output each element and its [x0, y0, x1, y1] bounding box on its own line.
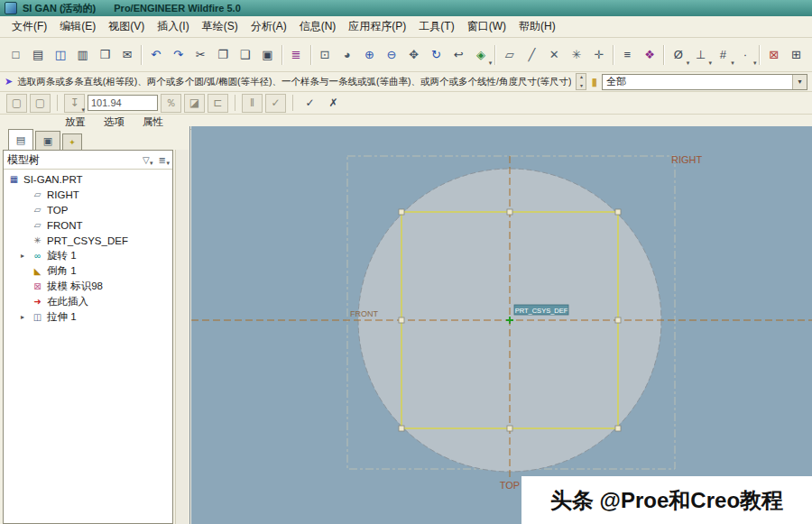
tree-scrollbar[interactable] — [175, 150, 189, 524]
tree-settings-icon[interactable]: ≣ — [156, 155, 169, 165]
saved-views-icon[interactable]: ◈ — [470, 43, 493, 66]
menu-info[interactable]: 信息(N) — [293, 17, 343, 36]
drag-handle[interactable] — [615, 209, 621, 215]
main-area: ▤ ▣ ✦ 模型树 ▽ ≣ ▦ SI-GAN.PRT ▱ — [0, 126, 812, 524]
menu-edit[interactable]: 编辑(E) — [53, 17, 102, 36]
cancel-icon[interactable]: ✗ — [323, 94, 344, 113]
tree-item-part-root[interactable]: ▦ SI-GAN.PRT — [4, 171, 172, 187]
csys-display-icon[interactable]: ✳ — [566, 43, 588, 66]
depth-value-input[interactable] — [88, 95, 158, 111]
paste-icon[interactable]: ❑ — [234, 43, 256, 66]
tree-item-extrude-1[interactable]: ▸ ◫ 拉伸 1 — [4, 309, 172, 325]
tree-item-right-plane[interactable]: ▱ RIGHT — [4, 187, 172, 202]
depth-type-icon[interactable]: ↧ — [64, 94, 85, 113]
tree-item-label: PRT_CSYS_DEF — [47, 235, 128, 246]
save-file-icon[interactable]: ◫ — [49, 43, 71, 66]
menu-view[interactable]: 视图(V) — [102, 17, 151, 36]
placement-collector-icon[interactable]: ▢ — [6, 94, 27, 113]
datum-plane-display-icon[interactable]: ▱ — [498, 43, 521, 66]
menu-window[interactable]: 窗口(W) — [461, 17, 512, 36]
menu-file[interactable]: 文件(F) — [5, 17, 53, 36]
vertex-display-icon[interactable]: ∙ — [734, 43, 757, 66]
tree-item-insert-here[interactable]: ➜ 在此插入 — [4, 294, 172, 309]
close-window-icon[interactable]: ⊠ — [762, 43, 785, 66]
drag-handle[interactable] — [399, 426, 404, 431]
expand-arrow-icon[interactable]: ▸ — [21, 252, 28, 260]
email-icon[interactable]: ✉ — [116, 43, 139, 66]
grid-display-icon[interactable]: # — [712, 43, 734, 66]
filter-scope-select[interactable]: 全部 ▾ — [602, 74, 807, 90]
drag-handle[interactable] — [615, 426, 621, 431]
tree-item-chamfer-1[interactable]: ◣ 倒角 1 — [4, 263, 172, 279]
menu-tools[interactable]: 工具(T) — [412, 17, 460, 36]
copy-icon[interactable]: ❐ — [212, 43, 235, 66]
open-file-icon[interactable]: ▤ — [27, 43, 50, 66]
drag-handle[interactable] — [507, 426, 512, 431]
graphics-area[interactable]: PRT_CSYS_DEF RIGHT TOP FRONT — [191, 126, 812, 524]
constraint-display-icon[interactable]: ⊥ — [689, 43, 712, 66]
drag-handle[interactable] — [399, 209, 404, 215]
previous-view-icon[interactable]: ↩ — [448, 43, 470, 66]
scroll-up-icon[interactable]: ▴ — [580, 74, 583, 80]
zoom-out-icon[interactable]: ⊖ — [381, 43, 403, 66]
menu-help[interactable]: 帮助(H) — [512, 17, 562, 36]
datum-plane-icon: ▱ — [32, 189, 43, 199]
accept-icon[interactable]: ✓ — [300, 94, 320, 113]
titlebar[interactable]: SI GAN (活动的) Pro/ENGINEER Wildfire 5.0 — [0, 0, 812, 16]
ref-label-top: TOP — [500, 480, 520, 491]
redo-icon[interactable]: ↷ — [167, 43, 189, 66]
tree-item-csys[interactable]: ✳ PRT_CSYS_DEF — [4, 233, 172, 248]
model-tree-tab[interactable]: ▤ — [8, 129, 33, 150]
toolbar-separator — [310, 45, 311, 65]
tree-item-revolve-1[interactable]: ▸ ∞ 旋转 1 — [4, 248, 172, 263]
datum-axis-display-icon[interactable]: ╱ — [521, 43, 543, 66]
flip-direction-icon[interactable]: ％ — [161, 94, 181, 113]
undo-icon[interactable]: ↶ — [144, 43, 167, 66]
chevron-down-icon[interactable]: ▾ — [792, 75, 807, 89]
new-file-icon[interactable]: □ — [5, 43, 27, 66]
print-icon[interactable]: ▥ — [71, 43, 94, 66]
watermark: 头条 @Proe和Creo教程 — [521, 476, 812, 524]
insert-here-icon: ➜ — [32, 297, 43, 307]
thicken-sketch-icon[interactable]: ⊏ — [208, 94, 228, 113]
message-scrollbar[interactable]: ▴ ▾ — [576, 73, 586, 90]
scroll-down-icon[interactable]: ▾ — [580, 83, 583, 89]
menu-sketch[interactable]: 草绘(S) — [196, 17, 245, 36]
expand-arrow-icon[interactable]: ▸ — [21, 313, 28, 321]
pause-icon[interactable]: ‖ — [242, 94, 263, 113]
reorient-icon[interactable]: ↻ — [425, 43, 448, 66]
tree-filter-icon[interactable]: ▽ — [140, 155, 152, 165]
repaint-icon[interactable]: ⊡ — [314, 43, 337, 66]
app-icon — [5, 2, 17, 14]
watermark-text: 头条 @Proe和Creo教程 — [550, 486, 783, 515]
dimension-display-icon[interactable]: Ø — [667, 43, 689, 66]
favorites-tab[interactable]: ✦ — [62, 133, 82, 150]
regenerate-icon[interactable]: ≣ — [285, 43, 308, 66]
shade-icon[interactable]: ◕ — [336, 43, 358, 66]
drag-handle[interactable] — [507, 209, 512, 215]
tree-item-draft-id98[interactable]: ⊠ 拔模 标识98 — [4, 279, 172, 294]
folder-browser-tab[interactable]: ▣ — [35, 131, 60, 150]
paste-special-icon[interactable]: ▣ — [256, 43, 279, 66]
tree-item-top-plane[interactable]: ▱ TOP — [4, 202, 172, 217]
save-copy-icon[interactable]: ❒ — [94, 43, 116, 66]
zoom-in-icon[interactable]: ⊕ — [358, 43, 381, 66]
cut-icon[interactable]: ✂ — [189, 43, 212, 66]
layers-icon[interactable]: ≡ — [616, 43, 639, 66]
menu-analysis[interactable]: 分析(A) — [245, 17, 293, 36]
menu-applications[interactable]: 应用程序(P) — [342, 17, 412, 36]
remove-material-icon[interactable]: ◪ — [184, 94, 205, 113]
datum-plane-icon: ▱ — [32, 220, 43, 230]
chamfer-icon: ◣ — [32, 266, 43, 276]
drag-handle[interactable] — [615, 317, 621, 323]
menu-insert[interactable]: 插入(I) — [151, 17, 195, 36]
drag-handle[interactable] — [399, 317, 404, 323]
view-manager-icon[interactable]: ❖ — [639, 43, 661, 66]
tree-item-front-plane[interactable]: ▱ FRONT — [4, 217, 172, 233]
refit-icon[interactable]: ✥ — [402, 43, 425, 66]
spin-center-display-icon[interactable]: ✛ — [587, 43, 610, 66]
datum-point-display-icon[interactable]: ✕ — [543, 43, 566, 66]
verify-icon[interactable]: ✓ — [265, 94, 286, 113]
new-window-icon[interactable]: ⊞ — [785, 43, 807, 66]
reference-collector-icon[interactable]: ▢ — [30, 94, 51, 113]
